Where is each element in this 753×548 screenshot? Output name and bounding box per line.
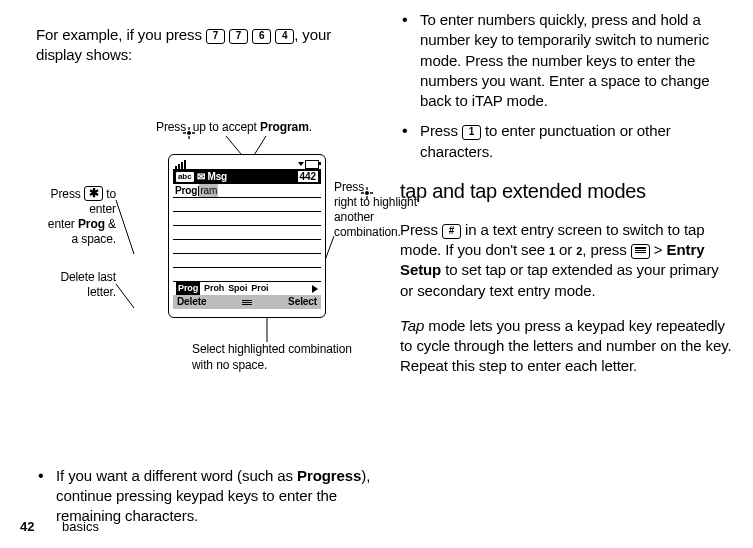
key-6: 6 (252, 29, 271, 44)
footer-section: basics (62, 519, 99, 534)
battery-icon (299, 160, 319, 168)
edit-line: Program (173, 184, 321, 198)
phone-diagram: Press up to accept Program. Press ✱ to e… (92, 120, 412, 410)
right-bullet-1: To enter numbers quickly, press and hold… (400, 10, 735, 111)
callout-star: Press ✱ to enter enter Prog & a space. (44, 186, 116, 247)
candidate-selected: Prog (176, 282, 200, 294)
key-7b: 7 (229, 29, 248, 44)
intro-paragraph: For example, if you press 7 7 6 4, your … (36, 25, 371, 66)
left-bullet-1: If you want a different word (such as Pr… (36, 466, 371, 527)
phone-screen: abc ✉ Msg 442 Program (168, 154, 326, 318)
callout-delete: Delete last letter. (44, 270, 116, 300)
entry-mode-indicator: abc (176, 172, 194, 182)
key-4: 4 (275, 29, 294, 44)
softkey-bar: Delete Select (173, 295, 321, 309)
page-number: 42 (20, 519, 34, 534)
key-1: 1 (462, 125, 481, 140)
status-bar (173, 159, 321, 169)
candidate-arrow-icon (312, 285, 318, 293)
key-hash: # (442, 224, 461, 239)
screen-title: Msg (207, 170, 227, 184)
tap-paragraph-1: Press # in a text entry screen to switch… (400, 220, 735, 301)
section-heading: tap and tap extended modes (400, 178, 735, 205)
intro-prefix: For example, if you press (36, 26, 206, 43)
svg-rect-8 (635, 247, 646, 249)
left-column: For example, if you press 7 7 6 4, your … (36, 10, 371, 536)
blank-line (173, 254, 321, 268)
svg-rect-10 (635, 252, 646, 253)
msg-icon: ✉ (197, 170, 205, 184)
key-star: ✱ (84, 186, 103, 201)
signal-icon (175, 160, 189, 169)
softkey-left[interactable]: Delete (177, 295, 206, 309)
key-7a: 7 (206, 29, 225, 44)
svg-point-5 (365, 191, 369, 195)
page-footer: 42 basics (20, 519, 99, 534)
svg-line-4 (116, 284, 134, 308)
right-column: To enter numbers quickly, press and hold… (400, 10, 735, 392)
callout-top: Press up to accept Program. (156, 120, 376, 135)
menu-key (631, 244, 650, 259)
blank-line (173, 212, 321, 226)
candidate: Proi (251, 282, 268, 294)
right-bullet-2: Press 1 to enter punctuation or other ch… (400, 121, 735, 162)
menu-icon[interactable] (242, 300, 252, 305)
svg-rect-9 (635, 250, 646, 251)
blank-line (173, 268, 321, 282)
blank-line (173, 240, 321, 254)
candidate: Proh (204, 282, 224, 294)
blank-line (173, 198, 321, 212)
tap-paragraph-2: Tap mode lets you press a keypad key rep… (400, 316, 735, 377)
candidate: Spoi (228, 282, 247, 294)
candidate-bar: Prog Proh Spoi Proi (173, 282, 321, 295)
svg-line-3 (116, 200, 134, 254)
softkey-right[interactable]: Select (288, 295, 317, 309)
svg-point-0 (187, 131, 191, 135)
blank-line (173, 226, 321, 240)
char-count: 442 (298, 171, 318, 182)
callout-select: Select highlighted combination with no s… (192, 342, 372, 373)
title-bar: abc ✉ Msg 442 (173, 169, 321, 184)
